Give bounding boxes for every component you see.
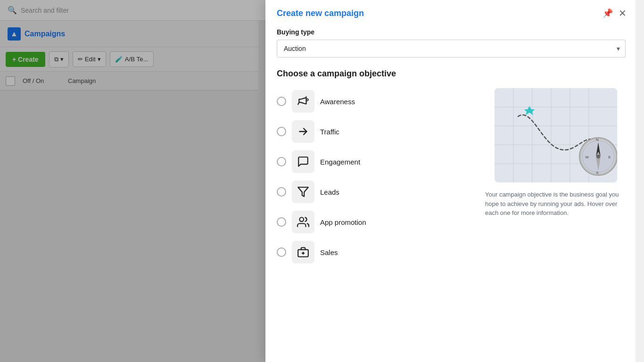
engagement-label: Engagement <box>320 158 360 166</box>
leads-icon-box <box>292 181 314 203</box>
close-button[interactable]: ✕ <box>619 8 627 19</box>
svg-marker-1 <box>298 187 308 197</box>
leads-radio[interactable] <box>277 187 286 197</box>
objective-illustration: N S W E <box>495 88 617 182</box>
svg-text:N: N <box>596 138 599 142</box>
traffic-radio[interactable] <box>277 127 286 136</box>
objective-engagement[interactable]: Engagement <box>277 148 474 175</box>
engagement-icon-box <box>292 150 314 173</box>
objective-content: Awareness Traffic <box>277 88 627 265</box>
right-edge-panel <box>636 0 644 362</box>
create-campaign-modal: Create new campaign 📌 ✕ Buying type Auct… <box>265 0 638 362</box>
modal-header: Create new campaign 📌 ✕ <box>265 0 638 19</box>
app-promotion-icon-box <box>292 211 314 233</box>
buying-type-label: Buying type <box>277 28 627 36</box>
sales-icon-box <box>292 241 314 263</box>
objective-section-label: Choose a campaign objective <box>277 69 627 79</box>
svg-text:W: W <box>585 155 589 159</box>
traffic-icon-box <box>292 120 314 143</box>
app-promotion-label: App promotion <box>320 218 366 226</box>
awareness-label: Awareness <box>320 98 355 106</box>
awareness-radio[interactable] <box>277 97 286 106</box>
pin-icon[interactable]: 📌 <box>603 8 613 18</box>
svg-point-22 <box>596 155 600 158</box>
engagement-radio[interactable] <box>277 157 286 166</box>
svg-text:E: E <box>608 155 611 159</box>
objective-list: Awareness Traffic <box>277 88 474 265</box>
traffic-label: Traffic <box>320 128 339 136</box>
objective-section: Choose a campaign objective Awarenes <box>277 69 627 265</box>
awareness-icon-box <box>292 90 314 113</box>
objective-info-panel: N S W E Your campaign objective is the b… <box>485 88 627 265</box>
modal-title: Create new campaign <box>277 8 364 18</box>
buying-type-section: Buying type Auction Reach and Frequency … <box>277 28 627 58</box>
modal-body: Buying type Auction Reach and Frequency … <box>265 19 638 362</box>
svg-point-0 <box>306 99 308 101</box>
objective-app-promotion[interactable]: App promotion <box>277 209 474 235</box>
svg-text:S: S <box>596 171 598 175</box>
modal-header-actions: 📌 ✕ <box>603 8 627 19</box>
objective-leads[interactable]: Leads <box>277 179 474 205</box>
buying-type-select[interactable]: Auction Reach and Frequency <box>277 40 626 58</box>
objective-description: Your campaign objective is the business … <box>485 190 627 218</box>
objective-sales[interactable]: Sales <box>277 239 474 265</box>
buying-type-dropdown-wrapper: Auction Reach and Frequency ▾ <box>277 40 626 58</box>
objective-awareness[interactable]: Awareness <box>277 88 474 115</box>
leads-label: Leads <box>320 188 339 196</box>
app-promotion-radio[interactable] <box>277 217 286 227</box>
sales-label: Sales <box>320 248 338 256</box>
sales-radio[interactable] <box>277 247 286 257</box>
objective-traffic[interactable]: Traffic <box>277 118 474 145</box>
svg-point-2 <box>299 217 304 222</box>
